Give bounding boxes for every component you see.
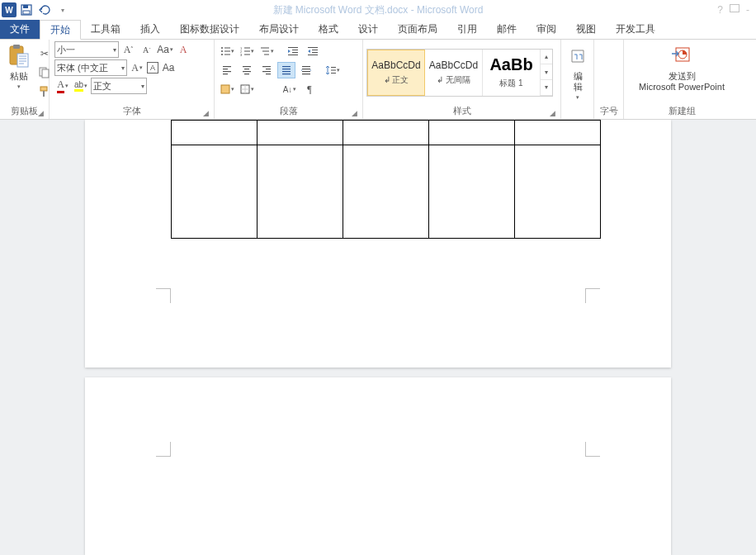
document-area[interactable]: [0, 120, 756, 555]
tab-format[interactable]: 格式: [309, 20, 348, 39]
font-launcher-icon[interactable]: ◢: [203, 109, 209, 117]
style-combo[interactable]: 正文▾: [91, 78, 147, 94]
svg-rect-11: [224, 48, 230, 49]
gallery-scroll[interactable]: ▴ ▾ ▾: [541, 50, 552, 96]
find-icon: [569, 43, 586, 69]
tab-review[interactable]: 审阅: [527, 20, 566, 39]
tab-chartdesign[interactable]: 图标数据设计: [170, 20, 249, 39]
svg-rect-56: [221, 85, 229, 93]
svg-rect-55: [331, 73, 336, 74]
tab-home[interactable]: 开始: [40, 20, 81, 40]
tab-developer[interactable]: 开发工具: [606, 20, 665, 39]
editing-button[interactable]: 编辑 ▾: [565, 41, 591, 106]
svg-point-12: [221, 50, 223, 52]
tab-file[interactable]: 文件: [0, 20, 40, 39]
group-newgroup-label: 新建组: [669, 106, 696, 116]
table-row[interactable]: [172, 145, 601, 239]
svg-rect-46: [282, 69, 291, 69]
svg-rect-25: [288, 47, 298, 48]
page-1[interactable]: [85, 120, 671, 368]
justify-icon[interactable]: [277, 62, 295, 78]
group-font: 小一▾ A˄ A˅ Aa A 宋体 (中文正▾ A A Aa A ab 正文▾: [50, 40, 215, 119]
highlight-icon[interactable]: ab: [73, 78, 89, 94]
svg-rect-45: [282, 66, 291, 67]
gallery-more-icon[interactable]: ▾: [541, 80, 552, 96]
styles-launcher-icon[interactable]: ◢: [550, 109, 555, 117]
style-nospacing[interactable]: AaBbCcDd ↲ 无间隔: [425, 50, 483, 96]
char-shading-icon[interactable]: Aa: [160, 59, 177, 76]
paste-button[interactable]: 粘贴 ▾: [3, 41, 35, 103]
style-normal[interactable]: AaBbCcDd ↲ 正文: [367, 50, 425, 96]
multilevel-icon[interactable]: [258, 43, 276, 59]
window-controls: ? -: [717, 4, 756, 16]
bullets-icon[interactable]: [218, 43, 236, 59]
tab-pagelayout[interactable]: 页面布局: [388, 20, 447, 39]
send-to-powerpoint-button[interactable]: 发送到Microsoft PowerPoint: [627, 41, 736, 103]
style-gallery[interactable]: AaBbCcDd ↲ 正文 AaBbCcDd ↲ 无间隔 AaBb 标题 1 ▴…: [366, 49, 553, 97]
document-table[interactable]: [171, 120, 601, 239]
editing-label: 编辑: [569, 71, 586, 92]
group-editing-spacer: [565, 106, 590, 119]
svg-point-14: [221, 54, 223, 55]
borders-icon[interactable]: [238, 81, 256, 97]
help-icon[interactable]: ?: [717, 4, 723, 16]
show-marks-icon[interactable]: ¶: [300, 81, 319, 97]
group-fontsize: 字号: [594, 40, 624, 119]
shrink-font-icon[interactable]: A˅: [139, 41, 155, 58]
undo-icon[interactable]: [36, 2, 53, 18]
font-name-combo[interactable]: 宋体 (中文正▾: [54, 59, 127, 76]
page-2[interactable]: [85, 377, 671, 555]
minimize-icon[interactable]: -: [746, 4, 749, 16]
clear-format-icon[interactable]: A: [175, 41, 191, 58]
tab-references[interactable]: 引用: [447, 20, 487, 39]
app-icon[interactable]: W: [2, 2, 17, 17]
align-left-icon[interactable]: [218, 62, 236, 78]
tab-insert[interactable]: 插入: [130, 20, 170, 39]
margin-marker-icon: [585, 442, 600, 457]
gallery-down-icon[interactable]: ▾: [541, 64, 552, 80]
tab-mailings[interactable]: 邮件: [487, 20, 527, 39]
group-fontsize-label: 字号: [600, 106, 618, 116]
sort-icon[interactable]: A↓: [281, 81, 299, 97]
align-right-icon[interactable]: [258, 62, 276, 78]
tab-layoutdesign[interactable]: 布局设计: [249, 20, 309, 39]
qat-customize-icon[interactable]: ▾: [54, 2, 71, 18]
line-spacing-icon[interactable]: [324, 62, 342, 78]
tab-toolbox[interactable]: 工具箱: [81, 20, 130, 39]
change-case-icon[interactable]: Aa: [157, 41, 173, 58]
send-to-ppt-icon: [670, 43, 693, 69]
svg-rect-40: [244, 74, 249, 74]
svg-rect-53: [331, 67, 336, 68]
table-row[interactable]: [172, 121, 601, 145]
font-size-combo[interactable]: 小一▾: [54, 41, 119, 58]
paste-icon: [8, 43, 30, 69]
numbering-icon[interactable]: 123: [238, 43, 256, 59]
svg-rect-44: [266, 74, 271, 74]
save-icon[interactable]: [18, 2, 35, 18]
svg-rect-38: [244, 69, 249, 69]
svg-rect-24: [264, 55, 269, 55]
decrease-indent-icon[interactable]: [284, 43, 302, 59]
align-center-icon[interactable]: [238, 62, 256, 78]
svg-rect-51: [302, 71, 310, 72]
char-border-icon[interactable]: A: [147, 62, 158, 74]
distributed-icon[interactable]: [297, 62, 315, 78]
grow-font-icon[interactable]: A˄: [120, 41, 137, 58]
group-newgroup: 发送到Microsoft PowerPoint 新建组: [624, 40, 739, 119]
increase-indent-icon[interactable]: [304, 43, 322, 59]
font-color-icon[interactable]: A: [54, 78, 71, 94]
clipboard-launcher-icon[interactable]: ◢: [38, 109, 44, 117]
svg-rect-39: [243, 71, 251, 72]
svg-rect-37: [243, 66, 251, 67]
phonetic-guide-icon[interactable]: A: [129, 59, 145, 76]
ribbon: 粘贴 ▾ ✂ 剪贴板◢ 小一▾ A˄ A˅ Aa: [0, 40, 756, 120]
tab-view[interactable]: 视图: [566, 20, 606, 39]
paragraph-launcher-icon[interactable]: ◢: [352, 109, 357, 117]
ribbon-display-icon[interactable]: [730, 4, 739, 12]
gallery-up-icon[interactable]: ▴: [541, 50, 552, 65]
shading-icon[interactable]: [218, 81, 236, 97]
tab-design[interactable]: 设计: [348, 20, 388, 39]
svg-rect-5: [17, 54, 28, 67]
style-heading1[interactable]: AaBb 标题 1: [483, 50, 541, 96]
svg-rect-15: [224, 55, 230, 55]
